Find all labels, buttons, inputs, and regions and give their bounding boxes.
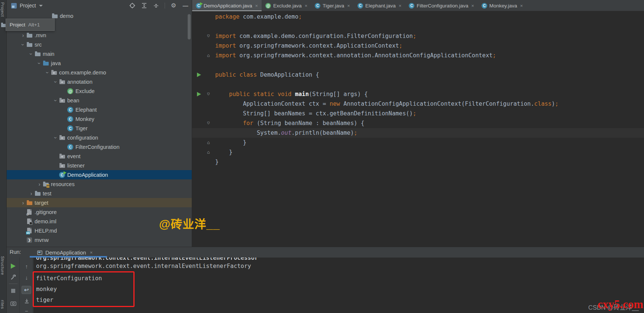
tab-close-icon[interactable]: × bbox=[471, 3, 474, 9]
tree-row-annotation[interactable]: ›annotation bbox=[7, 77, 192, 86]
tree-row-main[interactable]: ›main bbox=[7, 49, 192, 58]
code-line-3[interactable]: ⌂import com.example.demo.configuration.F… bbox=[192, 31, 644, 41]
tree-chevron-icon[interactable]: › bbox=[45, 70, 51, 76]
tree-row-target[interactable]: ›target bbox=[7, 198, 192, 207]
code-line-15[interactable]: ⌂ } bbox=[192, 147, 644, 157]
tree-row-resources[interactable]: ›resources bbox=[7, 179, 192, 189]
locate-file-icon[interactable] bbox=[129, 2, 136, 9]
strip-label-favorites[interactable]: rites bbox=[0, 300, 5, 309]
tree-row-java[interactable]: ›java bbox=[7, 58, 192, 68]
editor-tab-tiger[interactable]: CTiger.java× bbox=[311, 0, 354, 11]
down-stacktrace-icon[interactable]: ↓ bbox=[20, 273, 33, 281]
tab-close-icon[interactable]: × bbox=[347, 3, 350, 9]
tree-chevron-icon[interactable]: › bbox=[36, 181, 42, 187]
code-line-10[interactable]: ApplicationContext ctx = new AnnotationC… bbox=[192, 99, 644, 109]
tree-item-label: HELP.md bbox=[35, 228, 57, 234]
tree-row-tiger[interactable]: ›CTiger bbox=[7, 124, 192, 133]
tree-chevron-icon[interactable]: › bbox=[28, 51, 34, 57]
settings-wrench-icon[interactable] bbox=[7, 273, 20, 281]
code-line-7[interactable]: public class DemoApplication { bbox=[192, 70, 644, 80]
tree-item-label: target bbox=[35, 200, 48, 206]
editor-tab-exclude[interactable]: @Exclude.java× bbox=[262, 0, 311, 11]
class-run-icon: C bbox=[196, 3, 201, 9]
tab-label: Exclude.java bbox=[273, 3, 302, 9]
project-panel-title[interactable]: Project bbox=[20, 3, 36, 9]
tree-row-event[interactable]: ›event bbox=[7, 151, 192, 161]
expand-all-icon[interactable] bbox=[141, 2, 148, 9]
fold-marker-icon[interactable]: ⌂ bbox=[207, 147, 210, 157]
rerun-button[interactable] bbox=[7, 262, 20, 270]
run-console[interactable]: org.springframework.context.event.intern… bbox=[33, 258, 644, 313]
editor-tab-filterconfiguration[interactable]: CFilterConfiguration.java× bbox=[405, 0, 478, 11]
code-line-1[interactable]: package com.example.demo; bbox=[192, 12, 644, 22]
tree-row-src[interactable]: ›src bbox=[7, 40, 192, 49]
code-line-16[interactable]: } bbox=[192, 157, 644, 167]
tab-close-icon[interactable]: × bbox=[399, 3, 402, 9]
code-editor[interactable]: package com.example.demo;⌂import com.exa… bbox=[192, 11, 644, 247]
fold-marker-icon[interactable]: ⌂ bbox=[207, 118, 210, 128]
tree-item-label: annotation bbox=[67, 79, 93, 85]
code-line-12[interactable]: ⌂ for (String beanName : beanNames) { bbox=[192, 118, 644, 128]
class-icon: C bbox=[67, 144, 73, 150]
collapse-all-icon[interactable] bbox=[153, 2, 159, 9]
fold-marker-icon[interactable]: ⌂ bbox=[207, 31, 210, 41]
tree-chevron-icon[interactable]: › bbox=[53, 135, 59, 141]
editor-tab-elephant[interactable]: CElephant.java× bbox=[354, 0, 405, 11]
tree-row-elephant[interactable]: ›CElephant bbox=[7, 105, 192, 114]
project-stripe-icon[interactable] bbox=[1, 24, 6, 27]
code-line-11[interactable]: String[] beanNames = ctx.getBeanDefiniti… bbox=[192, 109, 644, 118]
run-gutter-icon[interactable] bbox=[197, 73, 201, 77]
code-line-2[interactable] bbox=[192, 22, 644, 31]
tab-close-icon[interactable]: × bbox=[520, 3, 523, 9]
tree-row-comexampledemo[interactable]: ›com.example.demo bbox=[7, 68, 192, 77]
up-stacktrace-icon[interactable]: ↑ bbox=[20, 262, 33, 270]
stop-button[interactable] bbox=[7, 287, 20, 295]
tree-row-mvnw[interactable]: ›❯mvnw bbox=[7, 235, 192, 245]
code-line-14[interactable]: ⌂ } bbox=[192, 138, 644, 147]
strip-label-structure[interactable]: Structure bbox=[0, 256, 5, 275]
tree-row-test[interactable]: ›test bbox=[7, 189, 192, 198]
tool-window-icon[interactable] bbox=[11, 3, 17, 9]
tree-row-demoapplication[interactable]: ›CDemoApplication bbox=[7, 170, 192, 179]
gear-icon[interactable]: ⚙ bbox=[170, 2, 177, 9]
tree-chevron-icon[interactable]: › bbox=[36, 60, 42, 66]
code-line-9[interactable]: ⌂ public static void main(String[] args)… bbox=[192, 89, 644, 99]
code-line-6[interactable] bbox=[192, 60, 644, 70]
tree-scrollbar[interactable] bbox=[188, 14, 191, 39]
hide-panel-icon[interactable]: — bbox=[182, 2, 189, 9]
folder-orange-icon bbox=[27, 201, 32, 205]
screenshot-icon[interactable] bbox=[7, 299, 20, 307]
chevron-down-icon[interactable] bbox=[39, 5, 43, 7]
tab-close-icon[interactable]: × bbox=[305, 3, 308, 9]
code-line-13[interactable]: System.out.println(beanName); bbox=[192, 128, 644, 138]
tree-chevron-icon[interactable]: › bbox=[28, 191, 34, 197]
tree-row-filterconfiguration[interactable]: ›CFilterConfiguration bbox=[7, 142, 192, 151]
code-line-4[interactable]: import org.springframework.context.Appli… bbox=[192, 41, 644, 51]
tree-row-listener[interactable]: ›listener bbox=[7, 161, 192, 170]
tree-chevron-icon[interactable]: › bbox=[20, 200, 26, 206]
more-options-icon[interactable]: − bbox=[20, 307, 33, 313]
tree-chevron-icon[interactable]: › bbox=[20, 42, 26, 48]
tab-close-icon[interactable]: × bbox=[255, 3, 258, 9]
strip-label-project[interactable]: Project bbox=[0, 2, 5, 17]
fold-marker-icon[interactable]: ⌂ bbox=[207, 138, 210, 147]
tree-chevron-icon[interactable]: › bbox=[53, 98, 59, 103]
run-tab-close-icon[interactable]: × bbox=[90, 250, 93, 255]
scroll-to-end-icon[interactable] bbox=[20, 297, 33, 305]
tree-row-mvn[interactable]: ›.mvn bbox=[7, 31, 192, 40]
tree-row-exclude[interactable]: ›@Exclude bbox=[7, 86, 192, 96]
editor-tab-monkey[interactable]: CMonkey.java× bbox=[478, 0, 527, 11]
tree-chevron-icon[interactable]: › bbox=[53, 79, 59, 85]
tree-chevron-icon[interactable]: › bbox=[20, 32, 26, 38]
run-gutter-icon[interactable] bbox=[197, 92, 201, 96]
annotation-icon: @ bbox=[67, 88, 73, 94]
tree-row-configuration[interactable]: ›configuration bbox=[7, 133, 192, 142]
code-line-5[interactable]: ⌂import org.springframework.context.anno… bbox=[192, 51, 644, 60]
editor-tab-demoapplication[interactable]: CDemoApplication.java× bbox=[192, 0, 262, 11]
soft-wrap-toggle[interactable]: ↩ bbox=[22, 286, 31, 294]
fold-marker-icon[interactable]: ⌂ bbox=[207, 89, 210, 99]
code-line-8[interactable] bbox=[192, 80, 644, 89]
fold-marker-icon[interactable]: ⌂ bbox=[207, 51, 210, 60]
tree-row-bean[interactable]: ›bean bbox=[7, 96, 192, 105]
tree-row-monkey[interactable]: ›CMonkey bbox=[7, 114, 192, 124]
